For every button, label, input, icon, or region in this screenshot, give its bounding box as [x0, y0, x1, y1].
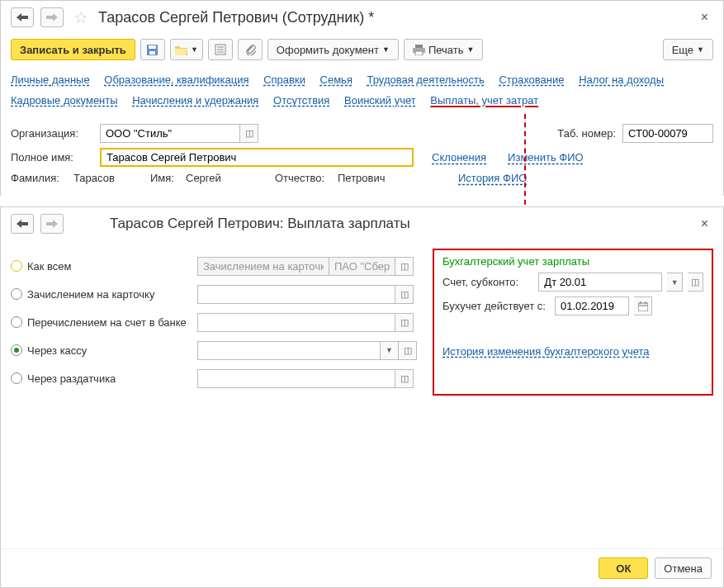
surname-value: Тарасов — [73, 172, 144, 184]
from-date-input[interactable] — [555, 296, 629, 315]
bank-field[interactable] — [197, 313, 395, 332]
org-label: Организация: — [11, 127, 93, 140]
tab-payments-active[interactable]: Выплаты, учет затрат — [430, 94, 538, 107]
calendar-icon[interactable] — [634, 296, 652, 315]
radio-distributor-label: Через раздатчика — [27, 372, 116, 385]
fullname-label: Полное имя: — [11, 151, 93, 164]
radio-bank-label: Перечислением на счет в банке — [27, 316, 187, 329]
tab-education[interactable]: Образование, квалификация — [104, 74, 248, 86]
svg-rect-1 — [149, 45, 156, 49]
svg-rect-10 — [638, 303, 648, 311]
more-button[interactable]: Еще ▼ — [663, 39, 713, 60]
print-button[interactable]: Печать ▼ — [404, 39, 484, 60]
guide-arrow — [524, 114, 526, 213]
tabnum-input[interactable] — [622, 124, 713, 143]
paperclip-icon — [244, 44, 256, 55]
radio-kak-vsem-label: Как всем — [27, 260, 72, 273]
accounting-history-link[interactable]: История изменения бухгалтерского учета — [442, 345, 650, 358]
open-picker-icon[interactable]: ◫ — [395, 285, 414, 304]
tab-insurance[interactable]: Страхование — [499, 74, 564, 86]
favorite-star-icon[interactable]: ☆ — [73, 7, 88, 27]
patronymic-label: Отчество: — [275, 172, 331, 184]
radio-cash[interactable] — [11, 344, 22, 356]
cancel-button[interactable]: Отмена — [655, 557, 712, 579]
chevron-down-icon: ▼ — [382, 45, 390, 54]
accounting-box: Бухгалтерский учет зарплаты Счет, субкон… — [433, 249, 713, 396]
tab-income-tax[interactable]: Налог на доходы — [579, 74, 664, 86]
nav-forward-button[interactable] — [40, 7, 64, 27]
tab-accruals[interactable]: Начисления и удержания — [132, 94, 258, 107]
distributor-field[interactable] — [197, 369, 395, 388]
open-picker-icon[interactable]: ◫ — [688, 273, 703, 292]
list-icon — [215, 44, 226, 55]
org-input[interactable] — [100, 124, 240, 143]
close-icon[interactable]: × — [696, 8, 713, 26]
payment-dialog: Тарасов Сергей Петрович: Выплата зарплат… — [0, 206, 724, 588]
chevron-down-icon: ▼ — [466, 45, 474, 54]
tab-personal[interactable]: Личные данные — [11, 74, 90, 86]
tab-links-row-1: Личные данные Образование, квалификация … — [1, 65, 723, 116]
cash-field[interactable] — [197, 341, 381, 360]
folder-dropdown-button[interactable]: ▼ — [170, 39, 203, 60]
fullname-input[interactable] — [100, 148, 414, 167]
accounting-title: Бухгалтерский учет зарплаты — [442, 255, 703, 268]
window-title: Тарасов Сергей Петрович (Сотрудник) * — [98, 9, 374, 26]
printer-icon — [413, 45, 425, 55]
arrow-left-icon — [17, 220, 28, 228]
sub-nav-forward-button[interactable] — [40, 214, 64, 234]
chevron-down-icon[interactable]: ▼ — [667, 273, 683, 292]
name-label: Имя: — [150, 172, 179, 184]
folder-icon — [175, 45, 187, 55]
radio-card-label: Зачислением на карточку — [27, 288, 154, 301]
fio-history-link[interactable]: История ФИО — [458, 172, 527, 184]
svg-rect-2 — [149, 51, 155, 55]
tab-references[interactable]: Справки — [263, 74, 305, 86]
attachment-button[interactable] — [238, 39, 263, 60]
chevron-down-icon[interactable]: ▼ — [381, 341, 399, 360]
radio-cash-label: Через кассу — [27, 344, 87, 357]
sub-window-title: Тарасов Сергей Петрович: Выплата зарплат… — [110, 216, 410, 232]
floppy-icon — [146, 44, 159, 56]
card-field[interactable] — [197, 285, 395, 304]
surname-label: Фамилия: — [11, 172, 67, 184]
tab-hr-docs[interactable]: Кадровые документы — [11, 94, 118, 107]
tab-employment[interactable]: Трудовая деятельность — [367, 74, 485, 86]
account-label: Счет, субконто: — [442, 276, 533, 288]
format-document-button[interactable]: Оформить документ ▼ — [267, 39, 399, 60]
arrow-right-icon — [46, 13, 58, 21]
radio-distributor[interactable] — [11, 372, 22, 384]
change-fio-link[interactable]: Изменить ФИО — [508, 151, 584, 164]
open-picker-icon[interactable]: ◫ — [240, 124, 258, 143]
radio-kak-vsem[interactable] — [11, 260, 22, 272]
svg-rect-7 — [415, 45, 423, 48]
open-picker-icon[interactable]: ◫ — [399, 341, 417, 360]
open-picker-icon[interactable]: ◫ — [395, 313, 414, 332]
save-and-close-button[interactable]: Записать и закрыть — [11, 39, 135, 60]
tab-family[interactable]: Семья — [320, 74, 353, 86]
patronymic-value: Петрович — [338, 172, 420, 184]
chevron-down-icon: ▼ — [191, 45, 198, 54]
sub-nav-back-button[interactable] — [11, 214, 34, 234]
tabnum-label: Таб. номер: — [557, 127, 616, 140]
name-value: Сергей — [186, 172, 268, 184]
radio-card[interactable] — [11, 288, 22, 300]
arrow-right-icon — [46, 220, 58, 228]
tab-military[interactable]: Воинский учет — [344, 94, 416, 107]
sub-close-icon[interactable]: × — [696, 215, 713, 233]
save-button[interactable] — [140, 39, 165, 60]
ok-button[interactable]: ОК — [599, 557, 648, 579]
chevron-down-icon: ▼ — [697, 45, 704, 54]
arrow-left-icon — [17, 13, 28, 21]
tab-absences[interactable]: Отсутствия — [273, 94, 329, 107]
disabled-bank-field — [329, 257, 395, 276]
open-picker-icon[interactable]: ◫ — [395, 369, 414, 388]
radio-bank[interactable] — [11, 316, 22, 328]
account-input[interactable] — [538, 273, 662, 292]
from-date-label: Бухучет действует с: — [442, 300, 550, 312]
list-button[interactable] — [208, 39, 233, 60]
declension-link[interactable]: Склонения — [432, 151, 486, 164]
svg-rect-9 — [415, 51, 423, 55]
disabled-method-field — [197, 257, 329, 276]
nav-back-button[interactable] — [11, 7, 34, 27]
open-picker-icon[interactable]: ◫ — [395, 257, 414, 276]
